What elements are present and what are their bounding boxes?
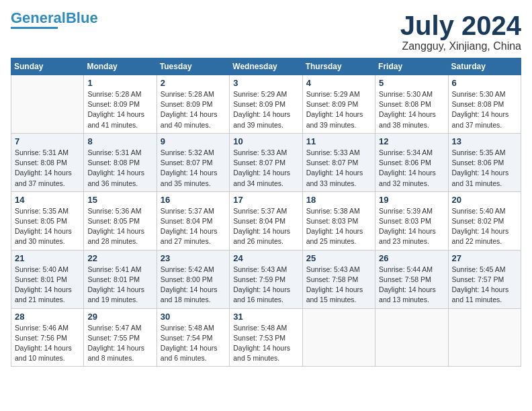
- day-number: 15: [87, 195, 152, 205]
- calendar-row: 1Sunrise: 5:28 AMSunset: 8:09 PMDaylight…: [11, 75, 521, 134]
- day-number: 21: [15, 253, 80, 263]
- day-info: Sunrise: 5:34 AMSunset: 8:06 PMDaylight:…: [379, 148, 444, 189]
- day-number: 25: [306, 253, 371, 263]
- table-row: 13Sunrise: 5:35 AMSunset: 8:06 PMDayligh…: [448, 133, 521, 191]
- table-row: 7Sunrise: 5:31 AMSunset: 8:08 PMDaylight…: [11, 133, 84, 191]
- col-sunday: Sunday: [11, 58, 84, 75]
- day-info: Sunrise: 5:43 AMSunset: 7:58 PMDaylight:…: [306, 265, 371, 306]
- day-info: Sunrise: 5:44 AMSunset: 7:58 PMDaylight:…: [379, 265, 444, 306]
- day-number: 16: [161, 195, 226, 205]
- table-row: 21Sunrise: 5:40 AMSunset: 8:01 PMDayligh…: [11, 250, 84, 308]
- table-row: 1Sunrise: 5:28 AMSunset: 8:09 PMDaylight…: [84, 75, 157, 134]
- table-row: 19Sunrise: 5:39 AMSunset: 8:03 PMDayligh…: [375, 191, 448, 250]
- logo: GeneralBlue: [11, 11, 98, 29]
- day-info: Sunrise: 5:30 AMSunset: 8:08 PMDaylight:…: [452, 89, 517, 130]
- day-number: 3: [233, 78, 298, 88]
- day-info: Sunrise: 5:28 AMSunset: 8:09 PMDaylight:…: [161, 89, 226, 130]
- col-thursday: Thursday: [302, 58, 375, 75]
- table-row: 25Sunrise: 5:43 AMSunset: 7:58 PMDayligh…: [302, 250, 375, 308]
- table-row: [448, 308, 521, 367]
- day-number: 28: [15, 312, 80, 322]
- day-info: Sunrise: 5:41 AMSunset: 8:01 PMDaylight:…: [87, 265, 152, 306]
- col-saturday: Saturday: [448, 58, 521, 75]
- day-info: Sunrise: 5:40 AMSunset: 8:02 PMDaylight:…: [452, 206, 517, 247]
- day-info: Sunrise: 5:40 AMSunset: 8:01 PMDaylight:…: [15, 265, 80, 306]
- calendar-row: 28Sunrise: 5:46 AMSunset: 7:56 PMDayligh…: [11, 308, 521, 367]
- day-number: 8: [87, 136, 152, 146]
- table-row: [375, 308, 448, 367]
- table-row: 2Sunrise: 5:28 AMSunset: 8:09 PMDaylight…: [157, 75, 229, 134]
- col-monday: Monday: [84, 58, 157, 75]
- day-number: 10: [233, 136, 298, 146]
- day-info: Sunrise: 5:31 AMSunset: 8:08 PMDaylight:…: [15, 148, 80, 189]
- day-number: 22: [87, 253, 152, 263]
- header: GeneralBlue July 2024 Zangguy, Xinjiang,…: [11, 11, 521, 52]
- col-wednesday: Wednesday: [230, 58, 302, 75]
- table-row: 30Sunrise: 5:48 AMSunset: 7:54 PMDayligh…: [157, 308, 229, 367]
- table-row: 3Sunrise: 5:29 AMSunset: 8:09 PMDaylight…: [230, 75, 302, 134]
- table-row: 27Sunrise: 5:45 AMSunset: 7:57 PMDayligh…: [448, 250, 521, 308]
- table-row: 14Sunrise: 5:35 AMSunset: 8:05 PMDayligh…: [11, 191, 84, 250]
- day-number: 2: [161, 78, 226, 88]
- day-info: Sunrise: 5:33 AMSunset: 8:07 PMDaylight:…: [233, 148, 298, 189]
- day-number: 7: [15, 136, 80, 146]
- day-info: Sunrise: 5:48 AMSunset: 7:54 PMDaylight:…: [161, 323, 226, 364]
- day-info: Sunrise: 5:37 AMSunset: 8:04 PMDaylight:…: [233, 206, 298, 247]
- logo-general: General: [11, 9, 66, 26]
- calendar-row: 21Sunrise: 5:40 AMSunset: 8:01 PMDayligh…: [11, 250, 521, 308]
- table-row: 17Sunrise: 5:37 AMSunset: 8:04 PMDayligh…: [230, 191, 302, 250]
- logo-blue: Blue: [66, 9, 98, 26]
- day-number: 9: [161, 136, 226, 146]
- table-row: 9Sunrise: 5:32 AMSunset: 8:07 PMDaylight…: [157, 133, 229, 191]
- calendar-row: 14Sunrise: 5:35 AMSunset: 8:05 PMDayligh…: [11, 191, 521, 250]
- table-row: 29Sunrise: 5:47 AMSunset: 7:55 PMDayligh…: [84, 308, 157, 367]
- table-row: 31Sunrise: 5:48 AMSunset: 7:53 PMDayligh…: [230, 308, 302, 367]
- day-number: 13: [452, 136, 517, 146]
- day-info: Sunrise: 5:29 AMSunset: 8:09 PMDaylight:…: [306, 89, 371, 130]
- table-row: 5Sunrise: 5:30 AMSunset: 8:08 PMDaylight…: [375, 75, 448, 134]
- table-row: 24Sunrise: 5:43 AMSunset: 7:59 PMDayligh…: [230, 250, 302, 308]
- table-row: 6Sunrise: 5:30 AMSunset: 8:08 PMDaylight…: [448, 75, 521, 134]
- day-number: 26: [379, 253, 444, 263]
- day-info: Sunrise: 5:36 AMSunset: 8:05 PMDaylight:…: [87, 206, 152, 247]
- day-number: 27: [452, 253, 517, 263]
- day-number: 20: [452, 195, 517, 205]
- table-row: 18Sunrise: 5:38 AMSunset: 8:03 PMDayligh…: [302, 191, 375, 250]
- day-info: Sunrise: 5:35 AMSunset: 8:06 PMDaylight:…: [452, 148, 517, 189]
- table-row: 8Sunrise: 5:31 AMSunset: 8:08 PMDaylight…: [84, 133, 157, 191]
- table-row: 26Sunrise: 5:44 AMSunset: 7:58 PMDayligh…: [375, 250, 448, 308]
- calendar-row: 7Sunrise: 5:31 AMSunset: 8:08 PMDaylight…: [11, 133, 521, 191]
- calendar-table: Sunday Monday Tuesday Wednesday Thursday…: [11, 58, 521, 367]
- day-number: 6: [452, 78, 517, 88]
- logo-underline: [11, 27, 58, 29]
- table-row: [302, 308, 375, 367]
- day-number: 5: [379, 78, 444, 88]
- day-info: Sunrise: 5:38 AMSunset: 8:03 PMDaylight:…: [306, 206, 371, 247]
- day-info: Sunrise: 5:28 AMSunset: 8:09 PMDaylight:…: [87, 89, 152, 130]
- header-row: Sunday Monday Tuesday Wednesday Thursday…: [11, 58, 521, 75]
- day-number: 11: [306, 136, 371, 146]
- day-info: Sunrise: 5:35 AMSunset: 8:05 PMDaylight:…: [15, 206, 80, 247]
- table-row: 16Sunrise: 5:37 AMSunset: 8:04 PMDayligh…: [157, 191, 229, 250]
- location: Zangguy, Xinjiang, China: [400, 40, 521, 52]
- day-info: Sunrise: 5:32 AMSunset: 8:07 PMDaylight:…: [161, 148, 226, 189]
- table-row: 20Sunrise: 5:40 AMSunset: 8:02 PMDayligh…: [448, 191, 521, 250]
- day-info: Sunrise: 5:37 AMSunset: 8:04 PMDaylight:…: [161, 206, 226, 247]
- table-row: [11, 75, 84, 134]
- day-info: Sunrise: 5:30 AMSunset: 8:08 PMDaylight:…: [379, 89, 444, 130]
- day-number: 24: [233, 253, 298, 263]
- day-number: 29: [87, 312, 152, 322]
- table-row: 10Sunrise: 5:33 AMSunset: 8:07 PMDayligh…: [230, 133, 302, 191]
- day-info: Sunrise: 5:47 AMSunset: 7:55 PMDaylight:…: [87, 323, 152, 364]
- day-info: Sunrise: 5:31 AMSunset: 8:08 PMDaylight:…: [87, 148, 152, 189]
- day-info: Sunrise: 5:39 AMSunset: 8:03 PMDaylight:…: [379, 206, 444, 247]
- day-info: Sunrise: 5:45 AMSunset: 7:57 PMDaylight:…: [452, 265, 517, 306]
- day-number: 1: [87, 78, 152, 88]
- title-area: July 2024 Zangguy, Xinjiang, China: [400, 11, 521, 52]
- table-row: 11Sunrise: 5:33 AMSunset: 8:07 PMDayligh…: [302, 133, 375, 191]
- day-info: Sunrise: 5:48 AMSunset: 7:53 PMDaylight:…: [233, 323, 298, 364]
- table-row: 22Sunrise: 5:41 AMSunset: 8:01 PMDayligh…: [84, 250, 157, 308]
- table-row: 15Sunrise: 5:36 AMSunset: 8:05 PMDayligh…: [84, 191, 157, 250]
- day-number: 23: [161, 253, 226, 263]
- day-number: 14: [15, 195, 80, 205]
